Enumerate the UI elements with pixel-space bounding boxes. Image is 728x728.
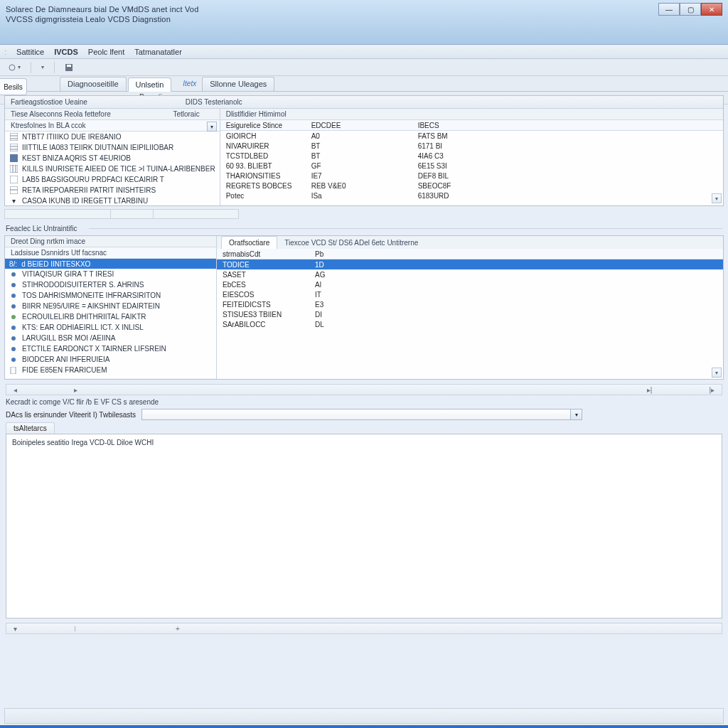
panel2-left-header: Dreot Ding nrtkm imace	[5, 236, 216, 247]
maximize-button[interactable]: ▢	[680, 3, 701, 16]
grid-icon	[9, 144, 18, 152]
output-line: Boinipeles seatitio Irega VCD-0L Diloe W…	[12, 439, 716, 446]
grid-icon	[9, 176, 18, 184]
dot-icon	[9, 291, 18, 300]
chevron-down-icon: ▾	[18, 64, 21, 70]
minimize-button[interactable]: —	[658, 3, 680, 16]
svg-point-22	[11, 336, 16, 341]
inner-tab-plain: Tiexcoe VCD St/ DS6 ADel 6etc Untitrerne	[277, 237, 425, 249]
panel-mid: Dreot Ding nrtkm imace Ladsisue Dsnnidrs…	[4, 235, 724, 380]
scroll-strip[interactable]: ◂▸ ▸||▸	[6, 384, 722, 395]
tab-unlsetir[interactable]: Unlsetin	[128, 77, 172, 92]
menu-item[interactable]: Tatmanatatler	[134, 48, 182, 56]
tool-button[interactable]	[61, 61, 77, 74]
list-item[interactable]: BIIRR NE95/UIRE = AIKSHINT EDAIRTEIN	[5, 301, 216, 311]
panel-top-title-right: DIDS Testerianolc	[186, 98, 242, 106]
inner-tab-active[interactable]: Oratfsoctiare	[221, 236, 277, 249]
handle-icon[interactable]: ⁝	[74, 625, 76, 633]
subheader-label: Ktresfolnes In BLA ccok	[11, 122, 86, 129]
tool-dropdown-1[interactable]: ▾	[4, 61, 24, 74]
combo-box[interactable]: ▾	[141, 409, 582, 420]
menu-item[interactable]: IVCDS	[54, 48, 78, 56]
panel1-right-list[interactable]: GIOIRCHA0FATS BM NIVARUIRERBT6171 BI TCS…	[220, 131, 723, 205]
chevron-down-icon[interactable]: ▾	[570, 410, 582, 419]
status-bar	[4, 708, 724, 724]
sub-tab[interactable]	[111, 209, 154, 219]
menu-item[interactable]: Sattitice	[16, 48, 44, 56]
gear-icon	[8, 63, 16, 72]
list-item[interactable]: KILILS INURISETE AIEED OE TICE >I TUINA-…	[5, 164, 220, 174]
doc-icon	[9, 366, 18, 375]
output-tab[interactable]: tsAltetarcs	[6, 422, 55, 434]
separator	[54, 62, 55, 73]
footer-scroll[interactable]: ▾⁝ +	[6, 623, 722, 634]
table-row[interactable]: STISUES3 TBIIENDI	[217, 309, 723, 319]
sub-tab[interactable]	[154, 209, 239, 219]
grid-icon	[9, 154, 18, 163]
panel2-right-list[interactable]: TODICE1D SASETAG EbCESAl EIESCOSIT FEITE…	[217, 259, 723, 379]
list-item[interactable]: TOS DAHRISMMONEITE IHFRARSIRITON	[5, 290, 216, 301]
scroll-down-button[interactable]: ▾	[712, 368, 722, 378]
grid-icon	[9, 165, 18, 173]
window-title-1: Solarec De Diamneaurs bial De VMdDS anet…	[6, 4, 721, 14]
item-label: d BEIED IINITESKXO	[21, 260, 90, 268]
grid-icon	[9, 186, 18, 195]
dropdown-button[interactable]: ▾	[207, 122, 217, 132]
menu-item[interactable]: Peolc lfent	[88, 48, 124, 56]
col-header[interactable]: Pb	[309, 249, 352, 259]
list-item[interactable]: LARUGILL BSR MOI /AEIINA	[5, 333, 216, 343]
list-item[interactable]: ETCTILE EARDONCT X TAIRNER LIFSREIN	[5, 343, 216, 354]
list-item[interactable]: STIHRODODISUITERTER S. AHRINS	[5, 279, 216, 290]
panel1-left: Tiese Alseconns Reola fettefore Tetlorai…	[5, 109, 220, 205]
svg-point-20	[11, 315, 16, 319]
grid-icon	[9, 133, 18, 141]
table-row[interactable]: FEITEIDICSTSE3	[217, 299, 723, 309]
panel-top-header: Fartieagstiostioe Ueaine DIDS Testeriano…	[5, 96, 723, 109]
document-tabs: Diagnooseitille Unlsetin Itetx Sllonne U…	[0, 76, 728, 92]
menu-sep: :	[4, 48, 6, 56]
output-pane[interactable]: Boinipeles seatitio Irega VCD-0L Diloe W…	[6, 434, 722, 619]
scroll-down-button[interactable]: ▾	[712, 193, 722, 203]
item-prefix: 8/:	[9, 260, 17, 268]
tool-dropdown-2[interactable]: ▾	[38, 62, 48, 73]
panel2-right: Oratfsoctiare Tiexcoe VCD St/ DS6 ADel 6…	[217, 236, 723, 379]
list-item[interactable]: BIODCER ANI IHFERUIEIA	[5, 354, 216, 365]
svg-rect-6	[10, 144, 18, 151]
list-item[interactable]: NTBT7 ITIIIKO DUE IRE8ANIO	[5, 132, 220, 142]
chevron-down-icon: ▾	[41, 64, 44, 70]
list-item[interactable]: ECROUILELIRB DHITHRIITAL FAIKTR	[5, 311, 216, 322]
disk-icon	[65, 63, 73, 72]
svg-rect-13	[10, 176, 18, 183]
list-item[interactable]: ▾CASOA IKUNB ID IREGETT LTARBINU	[5, 196, 220, 205]
section-title: Feaclec Lic Untraintific	[6, 225, 722, 232]
sub-tab[interactable]	[4, 209, 111, 219]
panel1-left-list[interactable]: NTBT7 ITIIIKO DUE IRE8ANIO IIITTILE IA08…	[5, 132, 220, 205]
col-header[interactable]: strmabisCdt	[217, 249, 309, 259]
list-item[interactable]: RETA IREPOARERII PATRIT INISHTEIRS	[5, 185, 220, 196]
list-item[interactable]: KTS: EAR ODHIAEIRLL ICT. X INLISL	[5, 322, 216, 333]
table-row[interactable]: TODICE1D	[217, 259, 723, 269]
panel2-right-tabs: Oratfsoctiare Tiexcoe VCD St/ DS6 ADel 6…	[217, 236, 723, 249]
col-header[interactable]: EDCDEE	[306, 120, 412, 130]
list-item[interactable]: LAB5 BAGSIGOURU PRDFACI KECAIRIR T	[5, 174, 220, 185]
list-item[interactable]: VITIAQISUR GIRA T T IRESI	[5, 269, 216, 279]
col-header[interactable]: Esigurelice Stince	[220, 120, 306, 130]
tab-diagnose[interactable]: Diagnooseitille	[60, 77, 127, 91]
panel2-left-list[interactable]: 8/: d BEIED IINITESKXO VITIAQISUR GIRA T…	[5, 259, 216, 378]
list-item[interactable]: FIDE E85EN FRARICUEM	[5, 365, 216, 375]
close-button[interactable]: ✕	[701, 3, 722, 16]
tab-slonne[interactable]: Sllonne Uleages	[202, 77, 274, 91]
table-row[interactable]: EbCESAl	[217, 279, 723, 289]
list-item[interactable]: 8/: d BEIED IINITESKXO	[5, 259, 216, 269]
tab-inline-label: Itetx	[177, 80, 202, 87]
list-item[interactable]: IIITTILE IA083 TEIIRK DIUTNAIN IEIPILIIO…	[5, 142, 220, 153]
table-row[interactable]: EIESCOSIT	[217, 289, 723, 299]
table-row[interactable]: SASETAG	[217, 269, 723, 279]
col-header: Dlistlfidier Htimimol	[226, 110, 287, 118]
svg-point-21	[11, 326, 16, 330]
col-header[interactable]: IBECS	[412, 120, 723, 130]
panel1-right-header: Dlistlfidier Htimimol	[220, 109, 723, 120]
list-item[interactable]: KEST BNIZA AQRIS ST 4EURIOB	[5, 153, 220, 164]
dot-icon	[9, 313, 18, 321]
table-row[interactable]: SArABILOCCDL	[217, 319, 723, 329]
